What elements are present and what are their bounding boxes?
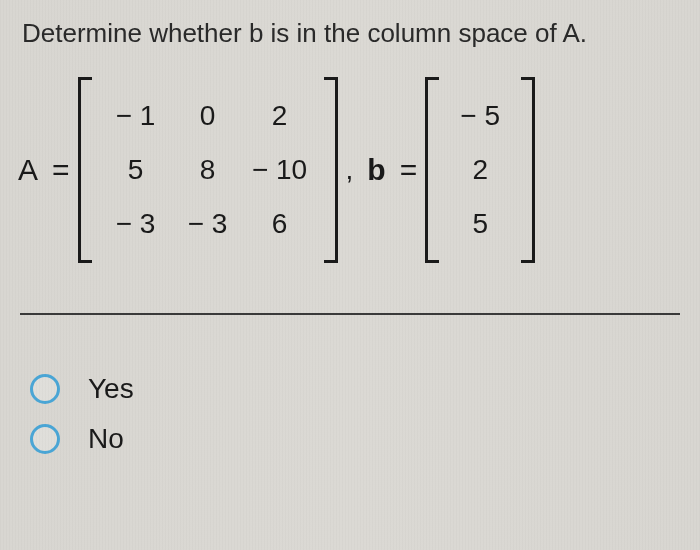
- bracket-right-icon: [324, 77, 338, 263]
- option-no[interactable]: No: [30, 423, 670, 455]
- bracket-left-icon: [78, 77, 92, 263]
- bracket-right-icon: [521, 77, 535, 263]
- question-text: Determine whether b is in the column spa…: [0, 0, 700, 57]
- radio-icon[interactable]: [30, 374, 60, 404]
- option-yes[interactable]: Yes: [30, 373, 670, 405]
- matrix-cell: 2: [447, 154, 513, 186]
- matrix-cell: 0: [172, 100, 244, 132]
- matrix-cell: 6: [244, 208, 316, 240]
- matrix-cell: − 3: [172, 208, 244, 240]
- matrix-cell: 8: [172, 154, 244, 186]
- matrix-cell: 5: [100, 154, 172, 186]
- matrix-cell: 2: [244, 100, 316, 132]
- equals-sign-2: =: [400, 153, 418, 187]
- matrix-cell: − 1: [100, 100, 172, 132]
- equals-sign-1: =: [52, 153, 70, 187]
- radio-icon[interactable]: [30, 424, 60, 454]
- equation-area: A = − 1 0 2 5 8 − 10 − 3 − 3 6 , b = − 5…: [0, 57, 700, 293]
- matrix-cell: 5: [447, 208, 513, 240]
- option-label: Yes: [88, 373, 134, 405]
- matrix-cell: − 3: [100, 208, 172, 240]
- option-label: No: [88, 423, 124, 455]
- matrix-A-label: A: [18, 153, 38, 187]
- section-divider: [20, 313, 680, 315]
- vector-b: − 5 2 5: [425, 77, 535, 263]
- bracket-left-icon: [425, 77, 439, 263]
- vector-b-grid: − 5 2 5: [439, 77, 521, 263]
- vector-b-label: b: [367, 153, 385, 187]
- answer-options: Yes No: [0, 345, 700, 483]
- matrix-cell: − 10: [244, 154, 316, 186]
- matrix-A-grid: − 1 0 2 5 8 − 10 − 3 − 3 6: [92, 77, 324, 263]
- matrix-A: − 1 0 2 5 8 − 10 − 3 − 3 6: [78, 77, 338, 263]
- matrix-cell: − 5: [447, 100, 513, 132]
- comma-separator: ,: [346, 154, 354, 186]
